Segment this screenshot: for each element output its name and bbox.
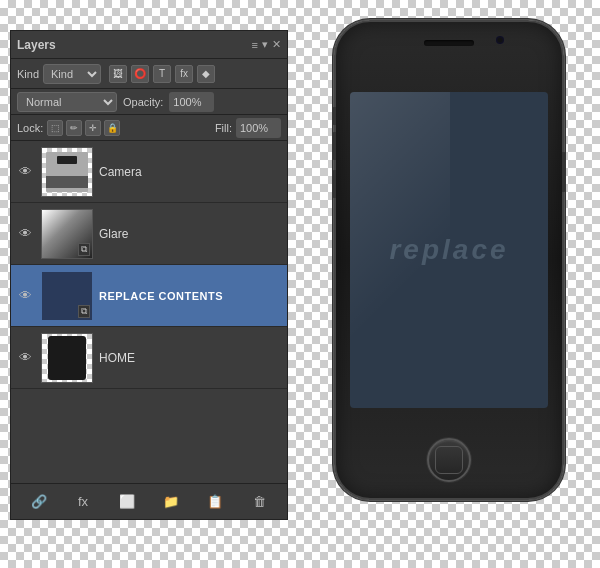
layer-thumbnail	[41, 333, 93, 383]
layers-list: 👁 Camera 👁 ⧉ Glare 👁	[11, 141, 287, 483]
smart-object-icon: ⧉	[78, 305, 90, 318]
smart-object-icon: ⧉	[78, 243, 90, 256]
home-button[interactable]	[427, 438, 471, 482]
filter-label: Kind	[17, 68, 39, 80]
lock-row: Lock: ⬚ ✏ ✛ 🔒 Fill:	[11, 115, 287, 141]
lock-transparency-icon[interactable]: ⬚	[47, 120, 63, 136]
layer-name: Glare	[99, 227, 128, 241]
lock-paint-icon[interactable]: ✏	[66, 120, 82, 136]
lock-all-icon[interactable]: 🔒	[104, 120, 120, 136]
new-layer-button[interactable]: 📋	[204, 491, 226, 513]
panel-options-icon[interactable]: ≡	[252, 39, 258, 51]
layer-name: REPLACE CONTENTS	[99, 290, 223, 302]
layer-item[interactable]: 👁 ⧉ Glare	[11, 203, 287, 265]
filter-select[interactable]: Kind Name Effect Mode	[43, 64, 101, 84]
power-button	[562, 152, 566, 192]
filter-smart-icon[interactable]: ◆	[197, 65, 215, 83]
link-layers-button[interactable]: 🔗	[28, 491, 50, 513]
panel-footer: 🔗 fx ⬜ 📁 📋 🗑	[11, 483, 287, 519]
fill-label: Fill:	[215, 122, 232, 134]
add-mask-button[interactable]: ⬜	[116, 491, 138, 513]
panel-header: Layers ≡ ▾ ✕	[11, 31, 287, 59]
phone-area: replace	[288, 0, 600, 520]
layer-visibility-icon[interactable]: 👁	[15, 348, 35, 368]
filter-fx-icon[interactable]: fx	[175, 65, 193, 83]
layer-visibility-icon[interactable]: 👁	[15, 286, 35, 306]
mute-button	[332, 107, 336, 125]
panel-close-icon[interactable]: ✕	[272, 38, 281, 51]
speaker	[424, 40, 474, 46]
layer-item[interactable]: 👁 HOME	[11, 327, 287, 389]
layer-visibility-icon[interactable]: 👁	[15, 162, 35, 182]
opacity-label: Opacity:	[123, 96, 163, 108]
layer-item[interactable]: 👁 ⧉ REPLACE CONTENTS	[11, 265, 287, 327]
filter-icons: 🖼 ⭕ T fx ◆	[109, 65, 215, 83]
lock-label: Lock:	[17, 122, 43, 134]
volume-down-button	[332, 170, 336, 198]
filter-bar: Kind Kind Name Effect Mode 🖼 ⭕ T fx ◆	[11, 59, 287, 89]
delete-layer-button[interactable]: 🗑	[248, 491, 270, 513]
blend-row: Normal Dissolve Multiply Screen Overlay …	[11, 89, 287, 115]
panel-title: Layers	[17, 38, 56, 52]
layer-thumbnail: ⧉	[41, 209, 93, 259]
lock-icons: ⬚ ✏ ✛ 🔒	[47, 120, 120, 136]
layer-visibility-icon[interactable]: 👁	[15, 224, 35, 244]
layers-panel: Layers ≡ ▾ ✕ Kind Kind Name Effect Mode …	[10, 30, 288, 520]
panel-collapse-icon[interactable]: ▾	[262, 38, 268, 51]
layer-name: Camera	[99, 165, 142, 179]
fill-input[interactable]	[236, 118, 281, 138]
opacity-input[interactable]	[169, 92, 214, 112]
add-style-button[interactable]: fx	[72, 491, 94, 513]
front-camera	[496, 36, 504, 44]
layer-thumbnail	[41, 147, 93, 197]
panel-controls: ≡ ▾ ✕	[252, 38, 281, 51]
layer-thumbnail: ⧉	[41, 271, 93, 321]
blend-mode-select[interactable]: Normal Dissolve Multiply Screen Overlay	[17, 92, 117, 112]
fill-section: Fill:	[215, 118, 281, 138]
layer-item[interactable]: 👁 Camera	[11, 141, 287, 203]
new-group-button[interactable]: 📁	[160, 491, 182, 513]
iphone-device: replace	[334, 20, 564, 500]
screen-replace-text: replace	[389, 234, 508, 266]
lock-move-icon[interactable]: ✛	[85, 120, 101, 136]
filter-pixel-icon[interactable]: 🖼	[109, 65, 127, 83]
layer-name: HOME	[99, 351, 135, 365]
volume-up-button	[332, 132, 336, 160]
iphone-screen: replace	[350, 92, 548, 408]
filter-adjust-icon[interactable]: ⭕	[131, 65, 149, 83]
home-button-inner	[435, 446, 463, 474]
filter-type-icon[interactable]: T	[153, 65, 171, 83]
